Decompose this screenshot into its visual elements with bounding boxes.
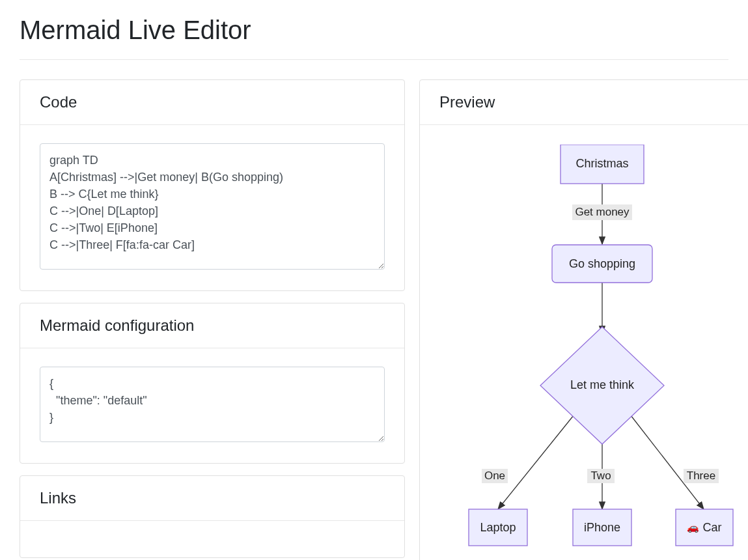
node-iphone: iPhone <box>573 509 631 546</box>
edge-c-d <box>498 415 574 509</box>
edge-c-f <box>631 415 704 509</box>
links-card: Links <box>20 475 405 558</box>
svg-text:iPhone: iPhone <box>584 521 620 534</box>
node-go-shopping: Go shopping <box>552 245 652 283</box>
page-title: Mermaid Live Editor <box>20 0 728 60</box>
diagram-preview: Get money One Two <box>433 145 739 560</box>
node-let-me-think: Let me think <box>540 327 664 444</box>
edge-label-ce: Two <box>590 469 611 482</box>
node-car: 🚗 Car <box>676 509 733 546</box>
code-card: Code <box>20 79 405 291</box>
svg-text:Go shopping: Go shopping <box>569 257 635 270</box>
node-christmas: Christmas <box>561 145 644 184</box>
svg-text:Laptop: Laptop <box>480 521 516 534</box>
preview-heading: Preview <box>439 93 732 111</box>
config-input[interactable] <box>40 367 385 442</box>
node-laptop: Laptop <box>469 509 527 546</box>
car-icon: 🚗 <box>687 522 699 533</box>
svg-text:Christmas: Christmas <box>575 157 628 170</box>
edge-label-cf: Three <box>687 469 715 482</box>
config-card: Mermaid configuration <box>20 303 405 464</box>
code-heading: Code <box>40 93 385 111</box>
edge-label-cd: One <box>484 469 505 482</box>
edge-label-ab: Get money <box>575 206 630 218</box>
svg-text:🚗 Car: 🚗 Car <box>687 521 721 534</box>
links-heading: Links <box>40 489 385 507</box>
preview-card: Preview Get money <box>419 79 748 560</box>
code-input[interactable] <box>40 143 385 270</box>
config-heading: Mermaid configuration <box>40 316 385 335</box>
svg-text:Let me think: Let me think <box>570 378 635 391</box>
